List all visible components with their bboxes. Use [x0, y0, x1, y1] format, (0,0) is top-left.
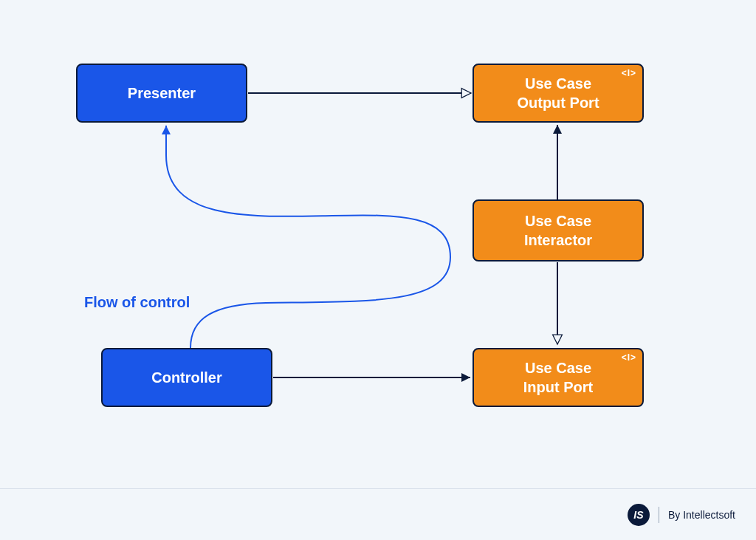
flow-of-control-label: Flow of control [84, 294, 190, 311]
box-output-port: <I> Use Case Output Port [472, 64, 644, 123]
box-interactor-label: Use Case Interactor [524, 211, 592, 250]
box-presenter-label: Presenter [128, 83, 196, 103]
box-controller: Controller [101, 348, 272, 407]
footer-divider [659, 507, 659, 523]
box-input-port: <I> Use Case Input Port [472, 348, 644, 407]
diagram-canvas: Presenter Controller <I> Use Case Output… [0, 0, 756, 540]
box-output-port-label: Use Case Output Port [517, 74, 599, 112]
box-presenter: Presenter [76, 64, 247, 123]
arrow-flow-of-control [166, 126, 450, 348]
footer-byline: By Intellectsoft [668, 509, 735, 521]
logo-icon: IS [628, 504, 650, 526]
interface-icon: <I> [622, 352, 636, 364]
box-input-port-label: Use Case Input Port [523, 358, 593, 397]
box-controller-label: Controller [151, 368, 222, 387]
box-interactor: Use Case Interactor [472, 199, 644, 262]
interface-icon: <I> [622, 68, 636, 80]
footer-bar: IS By Intellectsoft [0, 488, 756, 540]
